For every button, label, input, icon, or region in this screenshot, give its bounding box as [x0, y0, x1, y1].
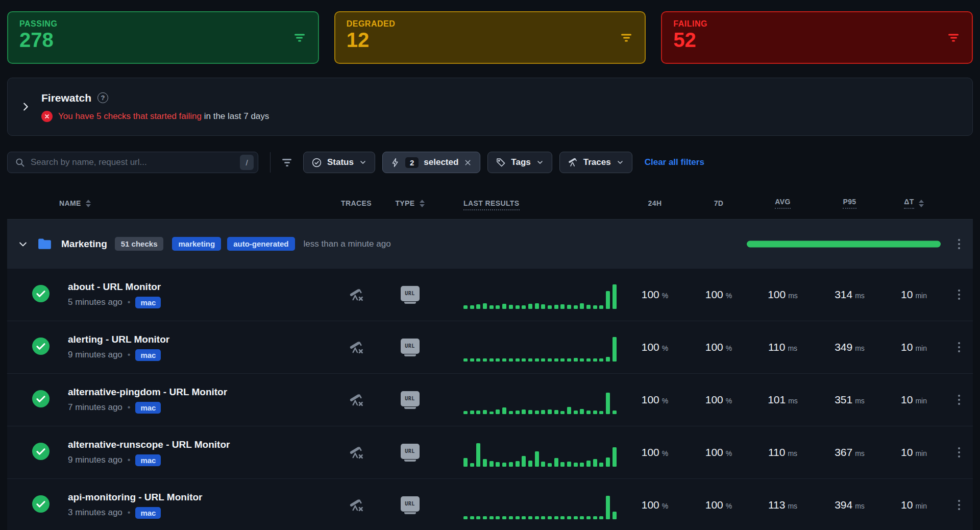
- help-icon[interactable]: ?: [97, 92, 108, 103]
- traces-filter-pill[interactable]: Traces: [559, 152, 632, 173]
- result-bar: [463, 516, 468, 519]
- filter-icon[interactable]: [621, 34, 631, 41]
- check-row[interactable]: api-monitoring - URL Monitor 3 minutes a…: [7, 478, 973, 530]
- url-monitor-type-icon: URL: [401, 391, 420, 409]
- header-p95[interactable]: P95: [843, 198, 856, 209]
- header-type[interactable]: TYPE: [395, 199, 424, 207]
- result-bar: [567, 358, 571, 362]
- url-monitor-type-icon: URL: [401, 496, 420, 514]
- result-bar: [593, 358, 597, 362]
- url-monitor-type-icon: URL: [401, 444, 420, 462]
- last-results-sparkline: [463, 390, 617, 414]
- chevron-down-icon: [616, 158, 624, 166]
- result-bar: [541, 304, 545, 309]
- group-row-marketing[interactable]: Marketing 51 checks marketing auto-gener…: [7, 219, 973, 268]
- kebab-menu-icon[interactable]: [958, 500, 960, 510]
- result-bar: [593, 459, 597, 467]
- kebab-menu-icon[interactable]: [958, 447, 960, 457]
- failing-card[interactable]: FAILING 52: [661, 11, 973, 64]
- result-bar: [586, 358, 591, 362]
- status-passing-icon: [32, 338, 50, 355]
- tags-filter-label: Tags: [511, 157, 530, 167]
- clear-all-filters-link[interactable]: Clear all filters: [645, 157, 704, 167]
- meta-separator: •: [128, 403, 131, 412]
- result-bar: [470, 358, 474, 362]
- group-tag-badge[interactable]: marketing: [172, 237, 221, 251]
- kebab-menu-icon[interactable]: [958, 395, 960, 405]
- passing-card[interactable]: PASSING 278: [7, 11, 319, 64]
- result-bar: [586, 461, 591, 467]
- result-bar: [509, 516, 513, 519]
- failing-count: 52: [673, 29, 961, 52]
- chevron-down-icon[interactable]: [18, 239, 28, 249]
- header-avg[interactable]: AVG: [775, 198, 791, 209]
- chevron-right-icon[interactable]: [20, 101, 31, 112]
- degraded-count: 12: [347, 29, 634, 52]
- close-icon[interactable]: [463, 158, 472, 167]
- result-bar: [567, 305, 571, 309]
- filter-icon[interactable]: [295, 34, 305, 41]
- check-row[interactable]: about - URL Monitor 5 minutes ago • mac …: [7, 268, 973, 321]
- check-tag-badge[interactable]: mac: [135, 402, 161, 414]
- check-tag-badge[interactable]: mac: [135, 507, 161, 519]
- check-tag-badge[interactable]: mac: [135, 349, 161, 361]
- firewatch-alert-rest: in the last 7 days: [202, 111, 269, 121]
- result-bar: [567, 516, 571, 519]
- result-bar: [548, 516, 552, 519]
- header-last-results[interactable]: LAST RESULTS: [463, 199, 520, 210]
- check-row[interactable]: alternative-runscope - URL Monitor 9 min…: [7, 426, 973, 478]
- check-tag-badge[interactable]: mac: [135, 297, 161, 308]
- tags-filter-pill[interactable]: Tags: [487, 152, 552, 173]
- chevron-down-icon: [536, 158, 544, 166]
- firewatch-title: Firewatch: [41, 92, 91, 104]
- result-bar: [496, 516, 500, 519]
- traces-filter-label: Traces: [583, 157, 611, 167]
- check-row[interactable]: alerting - URL Monitor 9 minutes ago • m…: [7, 321, 973, 373]
- kebab-menu-icon[interactable]: [958, 342, 960, 352]
- firewatch-panel: Firewatch ? You have 5 checks that start…: [7, 78, 973, 136]
- url-monitor-type-icon: URL: [401, 286, 420, 304]
- selected-filter-pill[interactable]: 2 selected: [382, 152, 480, 173]
- kebab-menu-icon[interactable]: [958, 239, 960, 249]
- result-bar: [535, 516, 539, 519]
- traces-disabled-icon: [349, 497, 364, 513]
- search-box[interactable]: /: [7, 152, 258, 173]
- check-name[interactable]: alerting - URL Monitor: [68, 334, 336, 345]
- kebab-menu-icon[interactable]: [958, 290, 960, 300]
- result-bar: [612, 284, 617, 309]
- search-input[interactable]: [31, 157, 234, 167]
- header-delta-t[interactable]: ΔT: [904, 198, 923, 209]
- tag-icon: [496, 157, 506, 167]
- result-bar: [522, 358, 526, 362]
- group-tag-badge[interactable]: auto-generated: [227, 237, 295, 251]
- result-bar: [476, 516, 480, 519]
- check-name[interactable]: alternative-pingdom - URL Monitor: [68, 387, 336, 398]
- result-bar: [470, 463, 474, 467]
- result-bar: [489, 358, 494, 362]
- result-bar: [580, 463, 584, 467]
- check-name[interactable]: alternative-runscope - URL Monitor: [68, 439, 336, 450]
- result-bar: [463, 411, 468, 414]
- check-tag-badge[interactable]: mac: [135, 454, 161, 466]
- result-bar: [606, 357, 610, 362]
- result-bar: [483, 410, 487, 414]
- result-bar: [586, 516, 591, 519]
- header-name[interactable]: NAME: [59, 199, 91, 207]
- degraded-card[interactable]: DEGRADED 12: [334, 11, 646, 64]
- last-results-sparkline: [463, 442, 617, 467]
- check-row[interactable]: alternative-pingdom - URL Monitor 7 minu…: [7, 373, 973, 426]
- result-bar: [541, 410, 545, 414]
- shortcut-key-badge: /: [240, 155, 254, 170]
- check-last-run: 7 minutes ago: [68, 402, 122, 413]
- check-name[interactable]: api-monitoring - URL Monitor: [68, 492, 336, 503]
- result-bar: [463, 458, 468, 467]
- check-name[interactable]: about - URL Monitor: [68, 281, 336, 293]
- traces-disabled-icon: [349, 287, 364, 303]
- filter-icon[interactable]: [948, 34, 959, 41]
- group-count-badge: 51 checks: [115, 237, 164, 251]
- status-filter-pill[interactable]: Status: [303, 152, 375, 173]
- status-check-icon: [311, 157, 322, 168]
- funnel-filter-icon[interactable]: [282, 159, 291, 166]
- status-filter-label: Status: [327, 157, 354, 167]
- result-bar: [599, 516, 603, 519]
